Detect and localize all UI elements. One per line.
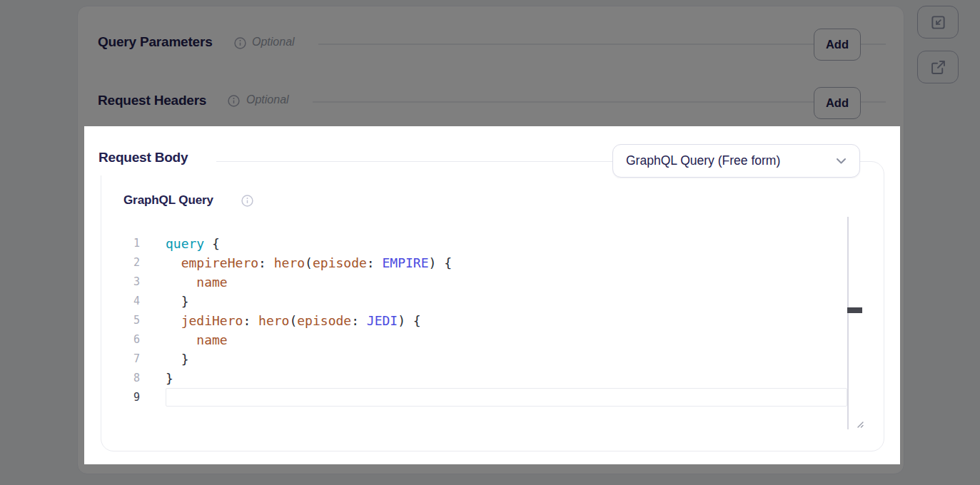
code-line[interactable]: empireHero: hero(episode: EMPIRE) { [166, 253, 847, 272]
insert-inline-button[interactable] [917, 6, 959, 39]
add-request-header-button[interactable]: Add [814, 87, 861, 119]
code-line[interactable]: } [166, 349, 847, 369]
resize-grip-icon[interactable] [854, 418, 864, 432]
overlay-dim-right [900, 126, 980, 464]
code-row: 4 } [121, 292, 871, 311]
code-row: 5 jediHero: hero(episode: JEDI) { [121, 311, 871, 330]
line-number: 2 [121, 253, 140, 272]
info-icon[interactable] [241, 195, 253, 207]
code-row: 8} [121, 369, 871, 388]
open-external-button[interactable] [917, 51, 959, 83]
code-line[interactable]: name [166, 272, 847, 292]
request-body-label: Request Body [98, 150, 188, 165]
code-line[interactable]: } [166, 292, 847, 311]
editor-scrollbar-thumb[interactable] [847, 307, 862, 313]
code-row: 6 name [121, 330, 871, 349]
code-row: 3 name [121, 272, 871, 292]
request-headers-optional-badge: Optional [246, 93, 289, 106]
code-line[interactable]: query { [166, 234, 847, 253]
insert-inline-icon [930, 14, 946, 31]
request-body-group-card: GraphQL Query 1query {2 empireHero: hero… [101, 161, 884, 451]
editor-edge-line [847, 217, 849, 429]
code-row: 2 empireHero: hero(episode: EMPIRE) { [121, 253, 871, 272]
code-line[interactable]: } [166, 369, 847, 388]
code-row: 9 [121, 388, 871, 407]
chevron-down-icon [836, 158, 847, 165]
info-icon[interactable] [234, 37, 246, 49]
body-type-select[interactable]: GraphQL Query (Free form) [612, 144, 860, 178]
code-line[interactable]: jediHero: hero(episode: JEDI) { [166, 311, 847, 330]
code-line[interactable]: name [166, 330, 847, 349]
info-icon[interactable] [228, 95, 240, 107]
code-row: 1query { [121, 234, 871, 253]
add-query-parameter-button[interactable]: Add [814, 29, 861, 61]
body-type-select-value: GraphQL Query (Free form) [626, 153, 780, 168]
line-number: 3 [121, 272, 140, 292]
request-headers-label: Request Headers [98, 93, 206, 108]
line-number: 5 [121, 311, 140, 330]
code-row: 7 } [121, 349, 871, 369]
code-line[interactable] [166, 388, 847, 407]
line-number: 6 [121, 330, 140, 349]
line-number: 9 [121, 388, 140, 407]
graphql-query-label: GraphQL Query [123, 193, 213, 208]
graphql-code-editor[interactable]: 1query {2 empireHero: hero(episode: EMPI… [121, 234, 871, 407]
line-number: 4 [121, 292, 140, 311]
open-external-icon [930, 59, 946, 76]
overlay-dim-left [0, 126, 84, 464]
line-number: 7 [121, 349, 140, 369]
query-parameters-divider [318, 44, 886, 45]
query-parameters-label: Query Parameters [98, 34, 213, 50]
request-headers-divider [313, 101, 886, 103]
line-number: 1 [121, 234, 140, 253]
line-number: 8 [121, 369, 140, 388]
node-config-card: Query Parameters Optional Add Request He… [77, 6, 904, 474]
query-parameters-optional-badge: Optional [252, 36, 295, 48]
